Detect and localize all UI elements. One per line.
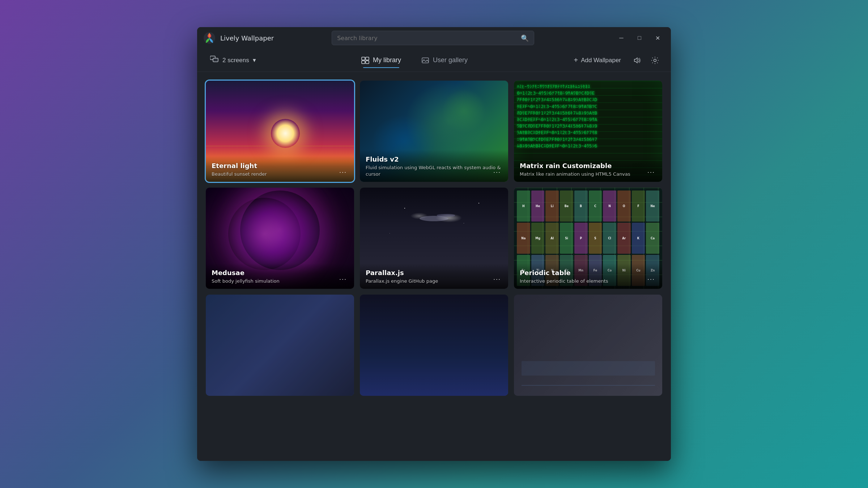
card-overlay-matrix: Matrix rain Customizable Matrix like rai… <box>514 156 662 182</box>
card-menu-matrix[interactable]: ··· <box>644 167 658 177</box>
nav-tabs: My library User gallery <box>351 53 478 68</box>
tab-my-library-label: My library <box>373 56 401 64</box>
svg-point-8 <box>654 59 656 61</box>
app-logo-icon <box>203 31 216 44</box>
card-desc-periodic: Interactive periodic table of elements <box>520 278 656 284</box>
cell-H: H <box>517 191 530 222</box>
card-menu-parallax[interactable]: ··· <box>490 274 504 284</box>
card-menu-eternal-light[interactable]: ··· <box>336 167 350 177</box>
card-bg-row7 <box>206 295 354 396</box>
card-menu-periodic[interactable]: ··· <box>644 274 658 284</box>
svg-rect-3 <box>362 57 365 60</box>
card-overlay-periodic: Periodic table Interactive periodic tabl… <box>514 263 662 289</box>
add-wallpaper-button[interactable]: + Add Wallpaper <box>569 53 626 67</box>
volume-button[interactable] <box>630 53 644 68</box>
wallpaper-card-fluids[interactable]: Fluids v2 Fluid simulation using WebGL r… <box>360 81 508 182</box>
wallpaper-card-medusae[interactable]: Medusae Soft body jellyfish simulation ·… <box>206 188 354 289</box>
app-title: Lively Wallpaper <box>220 34 274 42</box>
svg-rect-6 <box>366 61 369 64</box>
card-title-periodic: Periodic table <box>520 269 656 277</box>
svg-rect-4 <box>366 57 369 60</box>
card-desc-matrix: Matrix like rain animation using HTML5 C… <box>520 171 656 177</box>
card-title-medusae: Medusae <box>212 269 348 277</box>
card-overlay-eternal-light: Eternal light Beautiful sunset render <box>206 156 354 182</box>
card-overlay-parallax: Parallax.js Parallax.js engine GitHub pa… <box>360 263 508 289</box>
content-area: Eternal light Beautiful sunset render ··… <box>197 72 671 461</box>
search-bar[interactable]: 🔍 <box>332 31 534 45</box>
card-bg-row8 <box>360 295 508 396</box>
wallpaper-card-parallax[interactable]: Parallax.js Parallax.js engine GitHub pa… <box>360 188 508 289</box>
tab-user-gallery[interactable]: User gallery <box>411 53 478 68</box>
wallpaper-card-periodic[interactable]: H He Li Be B C N O F Ne Na Mg Al Si P S <box>514 188 662 289</box>
wallpaper-grid: Eternal light Beautiful sunset render ··… <box>206 81 662 396</box>
search-input[interactable] <box>337 35 521 42</box>
screens-chevron-icon: ▾ <box>253 56 256 64</box>
add-icon: + <box>574 56 578 64</box>
card-desc-eternal-light: Beautiful sunset render <box>212 171 348 177</box>
maximize-button[interactable]: □ <box>632 32 647 44</box>
minimize-button[interactable]: ─ <box>614 32 629 44</box>
screens-icon <box>210 55 219 65</box>
titlebar: Lively Wallpaper 🔍 ─ □ ✕ <box>197 27 671 49</box>
wallpaper-card-row7[interactable] <box>206 295 354 396</box>
search-icon: 🔍 <box>521 34 529 42</box>
screens-button[interactable]: 2 screens ▾ <box>206 52 260 68</box>
tab-user-gallery-label: User gallery <box>433 56 468 64</box>
wallpaper-card-eternal-light[interactable]: Eternal light Beautiful sunset render ··… <box>206 81 354 182</box>
card-desc-medusae: Soft body jellyfish simulation <box>212 278 348 284</box>
card-overlay-medusae: Medusae Soft body jellyfish simulation <box>206 263 354 289</box>
add-wallpaper-label: Add Wallpaper <box>581 57 621 64</box>
card-title-fluids: Fluids v2 <box>366 155 502 163</box>
card-menu-medusae[interactable]: ··· <box>336 274 350 284</box>
card-title-parallax: Parallax.js <box>366 269 502 277</box>
svg-rect-5 <box>362 61 365 64</box>
toolbar: 2 screens ▾ My library User <box>197 49 671 72</box>
toolbar-right: + Add Wallpaper <box>569 53 662 68</box>
settings-button[interactable] <box>648 53 662 68</box>
svg-rect-2 <box>213 58 218 62</box>
titlebar-controls: ─ □ ✕ <box>614 32 665 44</box>
wallpaper-card-row8[interactable] <box>360 295 508 396</box>
card-desc-parallax: Parallax.js engine GitHub page <box>366 278 502 284</box>
wallpaper-card-matrix[interactable]: ﾊﾐﾋｰｳｼﾅﾓﾆｻﾜﾂｵﾘｱﾎﾃﾏｹﾒｴｶｷﾑﾕﾗｾﾈｽ 0ﾊ1ﾐ2ﾋ3ｰ4ｳ… <box>514 81 662 182</box>
tab-my-library[interactable]: My library <box>351 53 411 68</box>
card-menu-fluids[interactable]: ··· <box>490 167 504 177</box>
card-bg-row9 <box>514 295 662 396</box>
screens-label: 2 screens <box>222 57 249 64</box>
card-overlay-fluids: Fluids v2 Fluid simulation using WebGL r… <box>360 150 508 182</box>
card-title-eternal-light: Eternal light <box>212 162 348 170</box>
card-desc-fluids: Fluid simulation using WebGL reacts with… <box>366 164 502 177</box>
close-button[interactable]: ✕ <box>650 32 665 44</box>
card-title-matrix: Matrix rain Customizable <box>520 162 656 170</box>
wallpaper-card-row9[interactable] <box>514 295 662 396</box>
main-window: Lively Wallpaper 🔍 ─ □ ✕ 2 screens ▾ <box>197 27 671 461</box>
